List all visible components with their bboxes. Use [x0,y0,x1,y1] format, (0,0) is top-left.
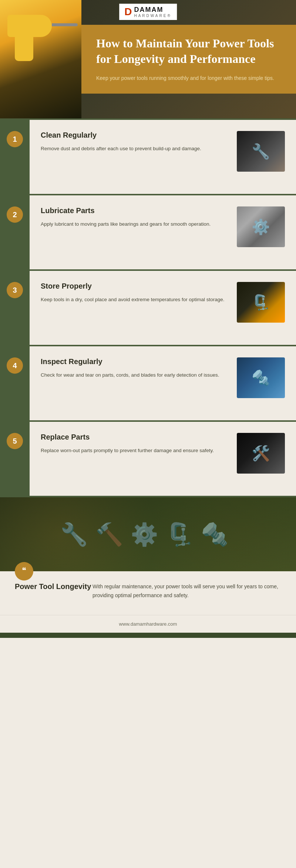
step-content-1: Clean Regularly Remove dust and debris a… [30,120,296,194]
step-row-5: Replace Parts Replace worn-out parts pro… [41,433,285,474]
step-number-1: 1 [7,131,23,147]
steps-container: 1 Clean Regularly Remove dust and debris… [0,118,296,496]
drill-image [0,0,81,118]
step-desc-5: Replace worn-out parts promptly to preve… [41,447,229,455]
step-desc-4: Check for wear and tear on parts, cords,… [41,371,229,379]
step-desc-3: Keep tools in a dry, cool place and avoi… [41,296,229,304]
step-sidebar-2: 2 [0,195,30,269]
step-content-3: Store Properly Keep tools in a dry, cool… [30,271,296,345]
step-image-3 [237,282,285,323]
step-image-1 [237,131,285,172]
footer-section: 🔧🔨⚙️🗜️🔩 ❝ Power Tool Longevity With regu… [0,497,296,638]
logo: D DAMAM HARDWARE® [119,4,177,20]
footer-url: www.damamhardware.com [0,615,296,633]
step-section-2: 2 Lubricate Parts Apply lubricant to mov… [0,195,296,269]
step-number-3: 3 [7,282,23,298]
step-sidebar-4: 4 [0,346,30,420]
logo-brand: DAMAM [134,6,171,14]
step-text-2: Lubricate Parts Apply lubricant to movin… [41,206,229,228]
logo-sub: HARDWARE® [134,14,171,18]
step-image-4 [237,357,285,398]
footer-quote: With regular maintenance, your power too… [92,582,281,600]
step-row-2: Lubricate Parts Apply lubricant to movin… [41,206,285,247]
step-image-5 [237,433,285,474]
step-container-2: 2 Lubricate Parts Apply lubricant to mov… [0,195,296,269]
step-section-5: 5 Replace Parts Replace worn-out parts p… [0,422,296,496]
step-container-5: 5 Replace Parts Replace worn-out parts p… [0,422,296,496]
step-container-4: 4 Inspect Regularly Check for wear and t… [0,346,296,420]
step-section-4: 4 Inspect Regularly Check for wear and t… [0,346,296,420]
step-title-2: Lubricate Parts [41,206,229,215]
logo-letter: D [124,6,132,18]
main-title: How to Maintain Your Power Tools for Lon… [96,36,281,67]
step-sidebar-3: 3 [0,271,30,345]
step-content-2: Lubricate Parts Apply lubricant to movin… [30,195,296,269]
step-row-3: Store Properly Keep tools in a dry, cool… [41,282,285,323]
footer-dark-bg: 🔧🔨⚙️🗜️🔩 [0,497,296,571]
header-image [0,0,81,118]
quote-icon: ❝ [15,562,33,581]
step-title-5: Replace Parts [41,433,229,441]
step-section-3: 3 Store Properly Keep tools in a dry, co… [0,271,296,345]
step-text-1: Clean Regularly Remove dust and debris a… [41,131,229,153]
step-text-5: Replace Parts Replace worn-out parts pro… [41,433,229,455]
header-text-area: D DAMAM HARDWARE® How to Maintain Your P… [81,25,296,94]
logo-text-block: DAMAM HARDWARE® [134,6,171,18]
step-text-3: Store Properly Keep tools in a dry, cool… [41,282,229,304]
step-container-3: 3 Store Properly Keep tools in a dry, co… [0,271,296,345]
footer-content: Power Tool Longevity With regular mainte… [0,571,296,615]
drill-handle [15,31,33,61]
step-sidebar-5: 5 [0,422,30,496]
quote-mark: ❝ [22,566,26,575]
step-text-4: Inspect Regularly Check for wear and tea… [41,357,229,379]
step-number-2: 2 [7,206,23,223]
step-desc-1: Remove dust and debris after each use to… [41,145,229,153]
step-container-1: 1 Clean Regularly Remove dust and debris… [0,120,296,194]
step-title-1: Clean Regularly [41,131,229,139]
step-image-2 [237,206,285,247]
step-sidebar-1: 1 [0,120,30,194]
step-number-5: 5 [7,433,23,449]
footer-label: Power Tool Longevity [15,582,81,591]
drill-bit [52,23,78,26]
tools-bg-pattern: 🔧🔨⚙️🗜️🔩 [0,497,296,571]
logo-box: D DAMAM HARDWARE® [119,4,177,20]
step-desc-2: Apply lubricant to moving parts like bea… [41,220,229,228]
step-number-4: 4 [7,357,23,374]
step-row-1: Clean Regularly Remove dust and debris a… [41,131,285,172]
step-content-5: Replace Parts Replace worn-out parts pro… [30,422,296,496]
step-row-4: Inspect Regularly Check for wear and tea… [41,357,285,398]
step-title-4: Inspect Regularly [41,357,229,366]
step-title-3: Store Properly [41,282,229,290]
header-section: D DAMAM HARDWARE® How to Maintain Your P… [0,0,296,118]
header-subtitle: Keep your power tools running smoothly a… [96,74,281,82]
step-content-4: Inspect Regularly Check for wear and tea… [30,346,296,420]
step-section-1: 1 Clean Regularly Remove dust and debris… [0,120,296,194]
